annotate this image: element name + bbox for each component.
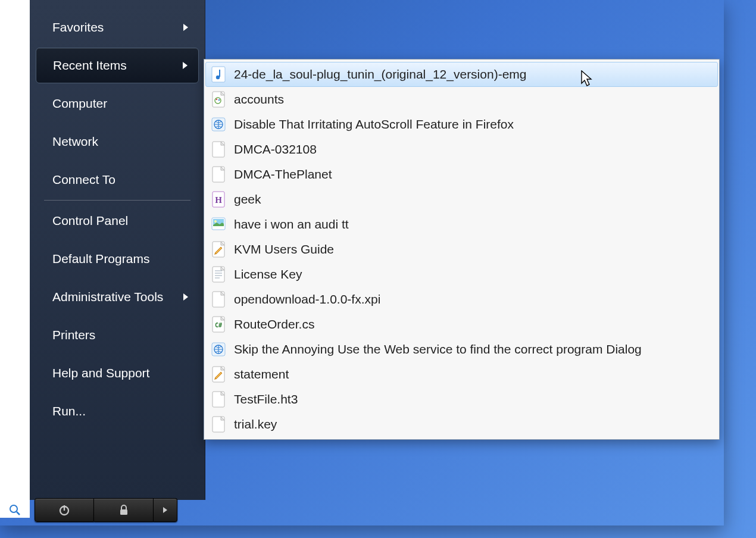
chevron-right-icon bbox=[183, 24, 188, 31]
edit-file-icon bbox=[211, 366, 226, 383]
recent-item[interactable]: have i won an audi tt bbox=[205, 212, 718, 237]
chevron-right-icon bbox=[163, 506, 168, 514]
music-file-icon bbox=[211, 66, 226, 83]
svg-point-29 bbox=[10, 505, 17, 512]
chevron-right-icon bbox=[183, 62, 188, 69]
menu-separator bbox=[44, 200, 190, 201]
recent-item-label: KVM Users Guide bbox=[234, 242, 334, 257]
h-file-icon: H bbox=[211, 191, 226, 208]
menu-item-label: Control Panel bbox=[52, 214, 128, 228]
svg-text:H: H bbox=[215, 195, 222, 205]
recent-item[interactable]: TestFile.ht3 bbox=[205, 387, 718, 412]
menu-item-run[interactable]: Run... bbox=[36, 393, 199, 429]
menu-item-label: Computer bbox=[52, 96, 107, 111]
recent-item-label: Disable That Irritating AutoScroll Featu… bbox=[234, 117, 514, 132]
edit-file-icon bbox=[211, 241, 226, 258]
start-menu-right-panel: FavoritesRecent ItemsComputerNetworkConn… bbox=[30, 0, 205, 500]
web-file-icon bbox=[211, 341, 226, 358]
search-box-stub[interactable] bbox=[0, 500, 30, 518]
recent-item[interactable]: opendownload-1.0.0-fx.xpi bbox=[205, 287, 718, 312]
blank-file-icon bbox=[211, 166, 226, 183]
menu-item-label: Favorites bbox=[52, 20, 104, 35]
menu-item-recent-items[interactable]: Recent Items bbox=[36, 48, 199, 83]
power-icon bbox=[58, 503, 71, 517]
chevron-right-icon bbox=[183, 293, 188, 301]
recent-item-label: DMCA-032108 bbox=[234, 142, 317, 157]
menu-item-label: Run... bbox=[52, 404, 86, 418]
svg-point-1 bbox=[216, 76, 220, 79]
blank-file-icon bbox=[211, 416, 226, 433]
svg-text:C#: C# bbox=[215, 322, 222, 329]
menu-item-label: Help and Support bbox=[52, 366, 149, 380]
recent-item-label: opendownload-1.0.0-fx.xpi bbox=[234, 292, 380, 306]
svg-point-5 bbox=[218, 99, 220, 101]
recent-item-label: License Key bbox=[234, 267, 302, 281]
svg-rect-33 bbox=[120, 509, 127, 515]
recent-item-label: Skip the Annoying Use the Web service to… bbox=[234, 342, 642, 356]
menu-item-computer[interactable]: Computer bbox=[36, 86, 199, 121]
recent-item[interactable]: DMCA-ThePlanet bbox=[205, 162, 718, 187]
recent-item[interactable]: DMCA-032108 bbox=[205, 137, 718, 162]
recent-item-label: TestFile.ht3 bbox=[234, 392, 298, 406]
menu-item-favorites[interactable]: Favorites bbox=[36, 10, 199, 45]
menu-item-label: Default Programs bbox=[52, 252, 149, 266]
recent-item[interactable]: Skip the Annoying Use the Web service to… bbox=[205, 337, 718, 362]
recent-item[interactable]: KVM Users Guide bbox=[205, 237, 718, 262]
text-file-icon bbox=[211, 266, 226, 283]
menu-item-help-and-support[interactable]: Help and Support bbox=[36, 355, 199, 391]
power-options-arrow-button[interactable] bbox=[154, 498, 177, 522]
power-button[interactable] bbox=[35, 498, 94, 522]
recent-item-label: RouteOrder.cs bbox=[234, 317, 314, 331]
recent-item[interactable]: accounts bbox=[205, 87, 718, 112]
menu-item-network[interactable]: Network bbox=[36, 124, 199, 159]
blank-file-icon bbox=[211, 291, 226, 308]
menu-item-connect-to[interactable]: Connect To bbox=[36, 162, 199, 198]
menu-item-printers[interactable]: Printers bbox=[36, 317, 199, 353]
start-menu-left-panel bbox=[0, 0, 30, 500]
magnifier-icon bbox=[9, 504, 21, 516]
menu-item-label: Network bbox=[52, 134, 98, 149]
svg-point-14 bbox=[214, 220, 217, 223]
lock-button[interactable] bbox=[94, 498, 154, 522]
recent-items-submenu: 24-de_la_soul-plug_tunin_(original_12_ve… bbox=[204, 59, 720, 440]
recent-item-label: statement bbox=[234, 367, 289, 381]
code-file-icon: C# bbox=[211, 316, 226, 333]
recent-item-label: DMCA-ThePlanet bbox=[234, 167, 332, 182]
recent-item-label: trial.key bbox=[234, 417, 277, 431]
power-button-group bbox=[35, 498, 177, 527]
menu-item-administrative-tools[interactable]: Administrative Tools bbox=[36, 279, 199, 315]
recent-item[interactable]: trial.key bbox=[205, 412, 718, 437]
svg-line-30 bbox=[17, 512, 20, 515]
recent-item[interactable]: statement bbox=[205, 362, 718, 387]
recent-item[interactable]: Disable That Irritating AutoScroll Featu… bbox=[205, 112, 718, 137]
recent-item-label: accounts bbox=[234, 92, 284, 107]
menu-item-label: Administrative Tools bbox=[52, 290, 163, 304]
paint-file-icon bbox=[211, 91, 226, 108]
recent-item[interactable]: 24-de_la_soul-plug_tunin_(original_12_ve… bbox=[205, 62, 718, 87]
image-file-icon bbox=[211, 216, 226, 233]
menu-item-control-panel[interactable]: Control Panel bbox=[36, 203, 199, 239]
svg-point-4 bbox=[216, 99, 217, 100]
recent-item-label: have i won an audi tt bbox=[234, 217, 349, 232]
web-file-icon bbox=[211, 116, 226, 133]
menu-item-label: Printers bbox=[52, 328, 95, 342]
menu-item-label: Recent Items bbox=[53, 58, 127, 73]
lock-icon bbox=[118, 504, 130, 516]
recent-item[interactable]: C#RouteOrder.cs bbox=[205, 312, 718, 337]
blank-file-icon bbox=[211, 391, 226, 408]
recent-item[interactable]: Hgeek bbox=[205, 187, 718, 212]
recent-item-label: geek bbox=[234, 192, 261, 207]
menu-item-label: Connect To bbox=[52, 173, 115, 187]
menu-item-default-programs[interactable]: Default Programs bbox=[36, 241, 199, 277]
blank-file-icon bbox=[211, 141, 226, 158]
recent-item-label: 24-de_la_soul-plug_tunin_(original_12_ve… bbox=[234, 67, 526, 82]
recent-item[interactable]: License Key bbox=[205, 262, 718, 287]
svg-rect-0 bbox=[212, 67, 225, 82]
